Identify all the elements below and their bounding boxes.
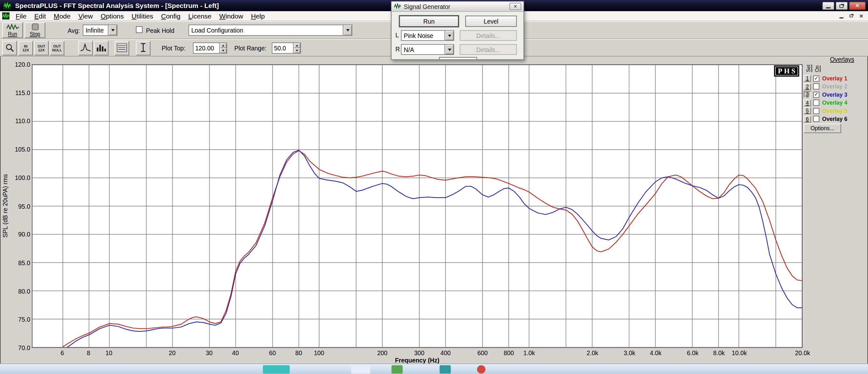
x-tick-label: 20 bbox=[169, 349, 176, 356]
spinner-arrows bbox=[293, 43, 300, 53]
spectrum-view-button[interactable] bbox=[78, 41, 93, 56]
x-tick-label: 30 bbox=[206, 349, 213, 356]
plot-top-spinner[interactable]: 120.00 bbox=[193, 42, 227, 54]
overlay-on-checkbox[interactable]: ✓ bbox=[813, 92, 819, 98]
menu-options[interactable]: Options bbox=[97, 11, 128, 21]
minimize-icon bbox=[826, 7, 831, 8]
signal-generator-close-button[interactable]: ✕ bbox=[509, 3, 521, 10]
right-channel-label: R bbox=[395, 46, 400, 53]
restore-button[interactable] bbox=[835, 1, 848, 9]
spin-up-icon[interactable] bbox=[293, 43, 300, 48]
menu-file[interactable]: File bbox=[12, 11, 30, 21]
menu-view[interactable]: View bbox=[74, 11, 97, 21]
mdi-minimize-icon bbox=[839, 17, 843, 18]
menu-config[interactable]: Config bbox=[157, 11, 184, 21]
dropdown-arrow-icon[interactable] bbox=[108, 25, 117, 35]
mdi-close-icon: ✕ bbox=[859, 13, 863, 19]
overlays-list: 1✓Overlay 12Overlay 23✓Overlay 34Overlay… bbox=[804, 74, 847, 123]
spin-down-icon[interactable] bbox=[220, 48, 226, 53]
menu-mode[interactable]: Mode bbox=[50, 11, 74, 21]
overlay-set-button[interactable]: 3 bbox=[804, 91, 811, 98]
overlays-options-button[interactable]: Options... bbox=[804, 124, 841, 133]
peak-hold-checkbox[interactable] bbox=[136, 26, 143, 33]
zoom-button[interactable] bbox=[2, 41, 17, 56]
output-null-button[interactable]: OUT NULL bbox=[50, 41, 64, 56]
overlay-set-button[interactable]: 6 bbox=[804, 116, 811, 122]
load-configuration-dropdown[interactable]: Load Configuration bbox=[189, 25, 352, 36]
app-icon bbox=[3, 2, 11, 9]
spin-up-icon[interactable] bbox=[220, 43, 226, 48]
y-tick-label: 75.0 bbox=[7, 316, 30, 323]
x-tick-label: 6.0k bbox=[687, 349, 698, 356]
generator-run-button[interactable]: Run bbox=[399, 15, 459, 27]
output-null-label-top: OUT bbox=[53, 44, 61, 48]
overlay-on-checkbox[interactable]: ✓ bbox=[813, 75, 819, 82]
close-button[interactable]: ✕ bbox=[849, 1, 866, 9]
menu-window[interactable]: Window bbox=[215, 11, 247, 21]
output-12x-label-top: OUT bbox=[38, 44, 45, 48]
taskbar-app-green[interactable] bbox=[392, 365, 403, 373]
spectrum-plot-canvas bbox=[33, 65, 802, 347]
signal-generator-titlebar[interactable]: Signal Generator ✕ bbox=[392, 2, 524, 12]
taskbar-app-red[interactable] bbox=[477, 365, 485, 373]
taskbar-window-button[interactable] bbox=[351, 365, 371, 373]
spin-down-icon[interactable] bbox=[293, 48, 300, 53]
overlay-on-checkbox[interactable] bbox=[813, 99, 819, 105]
x-tick-label: 4.0k bbox=[650, 349, 661, 356]
input-12x-button[interactable]: IN 12X bbox=[19, 41, 33, 56]
overlay-on-checkbox[interactable] bbox=[813, 116, 819, 122]
overlay-set-button[interactable]: 2 bbox=[804, 83, 811, 90]
menu-help[interactable]: Help bbox=[247, 11, 269, 21]
menu-edit[interactable]: Edit bbox=[30, 11, 50, 21]
spectrogram-view-button[interactable] bbox=[115, 41, 129, 56]
generator-exit-button[interactable]: Exit bbox=[439, 57, 477, 60]
mdi-close-button[interactable]: ✕ bbox=[858, 12, 865, 19]
plot-top-value: 120.00 bbox=[193, 43, 219, 53]
output-null-label-bottom: NULL bbox=[52, 48, 62, 52]
right-details-button[interactable]: Details... bbox=[460, 44, 517, 55]
mdi-restore-button[interactable] bbox=[847, 12, 855, 19]
avg-dropdown[interactable]: Infinite bbox=[83, 25, 118, 36]
right-signal-dropdown[interactable]: N/A bbox=[401, 44, 454, 55]
menu-license[interactable]: License bbox=[184, 11, 215, 21]
mdi-minimize-button[interactable] bbox=[837, 12, 845, 19]
x-tick-label: 10 bbox=[105, 349, 112, 356]
left-details-button[interactable]: Details... bbox=[460, 30, 517, 41]
dropdown-arrow-icon[interactable] bbox=[444, 31, 454, 40]
plot-range-spinner[interactable]: 50.0 bbox=[272, 42, 301, 54]
output-12x-button[interactable]: OUT 12X bbox=[34, 41, 49, 56]
overlay-label: Overlay 2 bbox=[822, 84, 847, 90]
overlay-on-checkbox[interactable] bbox=[813, 84, 819, 90]
dropdown-arrow-icon[interactable] bbox=[343, 25, 352, 35]
x-tick-label: 400 bbox=[440, 349, 451, 356]
spectrum-plot[interactable] bbox=[32, 64, 803, 348]
marker-button[interactable] bbox=[136, 41, 151, 56]
stop-icon bbox=[31, 24, 39, 32]
load-configuration-value: Load Configuration bbox=[189, 25, 343, 35]
y-tick-label: 85.0 bbox=[7, 259, 30, 266]
overlay-set-button[interactable]: 4 bbox=[804, 99, 811, 106]
y-tick-label: 105.0 bbox=[7, 146, 30, 153]
input-12x-label-top: IN bbox=[24, 44, 27, 48]
taskbar-app-cyan[interactable] bbox=[263, 365, 290, 373]
bar-graph-icon bbox=[96, 43, 106, 53]
menu-utilities[interactable]: Utilities bbox=[128, 11, 157, 21]
minimize-button[interactable] bbox=[822, 1, 835, 9]
overlay-on-checkbox[interactable] bbox=[813, 108, 819, 114]
bar-graph-view-button[interactable] bbox=[94, 41, 108, 56]
x-tick-label: 1.0k bbox=[523, 349, 535, 356]
windows-taskbar[interactable] bbox=[0, 364, 868, 374]
overlay-set-button[interactable]: 5 bbox=[804, 107, 811, 114]
mdi-window-controls: ✕ bbox=[837, 12, 865, 19]
overlay-set-button[interactable]: 1 bbox=[804, 75, 811, 82]
left-signal-dropdown[interactable]: Pink Noise bbox=[401, 30, 454, 41]
spectrum-curve-icon bbox=[80, 43, 91, 53]
taskbar-app-teal[interactable] bbox=[440, 365, 451, 373]
stop-button[interactable]: Stop bbox=[25, 22, 45, 38]
run-button[interactable]: Run bbox=[2, 22, 23, 38]
generator-level-button[interactable]: Level bbox=[465, 15, 517, 27]
overlay-row: 5Overlay 5 bbox=[804, 107, 847, 115]
x-tick-label: 2.0k bbox=[587, 349, 598, 356]
spectrogram-icon bbox=[117, 43, 127, 53]
dropdown-arrow-icon[interactable] bbox=[444, 45, 454, 54]
